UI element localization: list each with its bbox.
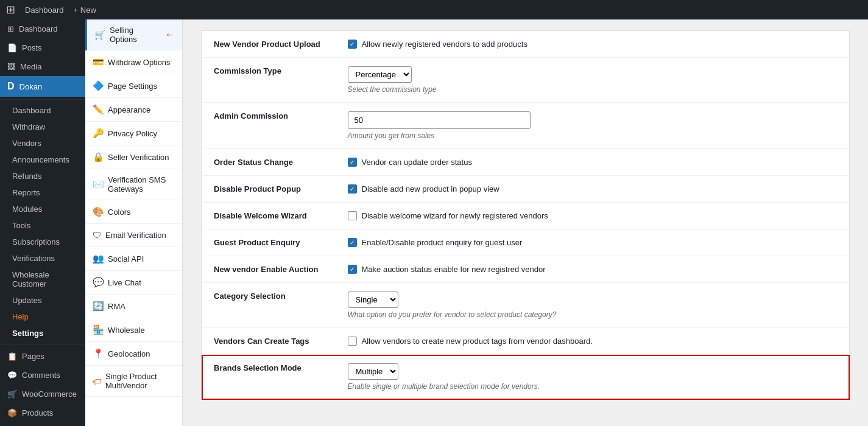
- sidebar-item-comments[interactable]: 💬 Comments: [0, 366, 85, 385]
- dashboard-icon: ⊞: [7, 24, 14, 33]
- seller-verification-icon: 🔒: [93, 152, 104, 162]
- second-panel-item-geolocation[interactable]: 📍 Geolocation: [85, 342, 182, 366]
- checkbox-row: ✓ Enable/Disable product enquiry for gue…: [348, 238, 838, 247]
- checkbox-row: ✓ Disable add new product in popup view: [348, 184, 838, 194]
- rma-icon: 🔄: [93, 301, 104, 312]
- sidebar-item-dashboard[interactable]: ⊞ Dashboard: [0, 19, 85, 38]
- vendors-can-create-tags-checkbox[interactable]: [348, 337, 357, 346]
- second-panel-item-seller-verification[interactable]: 🔒 Seller Verification: [85, 145, 182, 169]
- main-content: New Vendor Product Upload ✓ Allow newly …: [183, 0, 868, 426]
- sidebar-item-pages[interactable]: 📋 Pages: [0, 347, 85, 366]
- arrow-indicator: ←: [165, 29, 175, 40]
- email-verification-icon: 🛡: [93, 230, 102, 240]
- sidebar-item-dokan[interactable]: D Dokan: [0, 76, 85, 97]
- sidebar-item-reports[interactable]: Reports: [0, 184, 85, 201]
- second-panel-item-rma[interactable]: 🔄 RMA: [85, 295, 182, 318]
- category-selection-desc: What option do you prefer for vendor to …: [348, 310, 838, 319]
- second-panel-item-live-chat[interactable]: 💬 Live Chat: [85, 271, 182, 295]
- sidebar-item-wholesale-customer[interactable]: Wholesale Customer: [0, 267, 85, 292]
- sidebar-item-announcements[interactable]: Announcements: [0, 152, 85, 168]
- media-icon: 🖼: [7, 62, 15, 71]
- second-panel-item-privacy-policy[interactable]: 🔑 Privacy Policy: [85, 122, 182, 145]
- sidebar-separator-1: [0, 99, 85, 100]
- settings-label: Disable Welcome Wizard: [202, 203, 336, 229]
- dokan-icon: D: [7, 81, 15, 92]
- settings-label: Disable Product Popup: [202, 176, 336, 203]
- brands-selection-mode-select[interactable]: Single Multiple: [348, 363, 398, 380]
- checkbox-row: Allow vendors to create new product tags…: [348, 337, 838, 346]
- sidebar-item-vendors[interactable]: Vendors: [0, 135, 85, 152]
- sidebar-item-verifications[interactable]: Verifications: [0, 250, 85, 267]
- settings-value: Disable welcome wizard for newly registe…: [336, 203, 850, 229]
- settings-value: Allow vendors to create new product tags…: [336, 328, 850, 355]
- sidebar-item-withdraw[interactable]: Withdraw: [0, 119, 85, 135]
- sidebar-item-subscriptions[interactable]: Subscriptions: [0, 234, 85, 250]
- admin-commission-input[interactable]: [348, 111, 531, 129]
- settings-label: Commission Type: [202, 58, 336, 103]
- second-panel-item-single-product-multivendor[interactable]: 🏷 Single Product MultiVendor: [85, 366, 182, 397]
- disable-welcome-wizard-checkbox[interactable]: [348, 211, 357, 220]
- second-panel-item-appearance[interactable]: ✏️ Appearance: [85, 98, 182, 122]
- sidebar-item-tools[interactable]: Tools: [0, 217, 85, 234]
- second-panel: 🛒 Selling Options ← 💳 Withdraw Options 🔷…: [85, 0, 183, 426]
- comments-icon: 💬: [7, 371, 17, 380]
- settings-label: Category Selection: [202, 283, 336, 328]
- sidebar-item-media[interactable]: 🖼 Media: [0, 57, 85, 76]
- table-row: Disable Product Popup ✓ Disable add new …: [202, 176, 850, 203]
- wp-logo-icon: ⊞: [6, 3, 15, 16]
- second-panel-item-verification-sms[interactable]: ✉️ Verification SMS Gateways: [85, 169, 182, 200]
- live-chat-icon: 💬: [93, 277, 104, 288]
- disable-product-popup-checkbox[interactable]: ✓: [348, 184, 357, 194]
- sidebar-item-updates[interactable]: Updates: [0, 292, 85, 309]
- table-row: Category Selection Single Multiple What …: [202, 283, 850, 328]
- sidebar: ⊞ Dashboard 📄 Posts 🖼 Media D Dokan Dash…: [0, 0, 85, 426]
- wholesale-icon: 🏪: [93, 324, 104, 335]
- new-vendor-enable-auction-checkbox[interactable]: ✓: [348, 265, 357, 274]
- admin-bar-posts[interactable]: + New: [74, 5, 96, 15]
- sidebar-item-modules[interactable]: Modules: [0, 201, 85, 217]
- second-panel-item-colors[interactable]: 🎨 Colors: [85, 200, 182, 224]
- second-panel-item-email-verification[interactable]: 🛡 Email Verification: [85, 224, 182, 247]
- settings-value: ✓ Allow newly registered vendors to add …: [336, 31, 850, 58]
- settings-label: Vendors Can Create Tags: [202, 328, 336, 355]
- settings-label: Guest Product Enquiry: [202, 229, 336, 256]
- sidebar-item-help[interactable]: Help: [0, 309, 85, 325]
- sidebar-item-posts[interactable]: 📄 Posts: [0, 38, 85, 57]
- sidebar-item-woocommerce[interactable]: 🛒 WooCommerce: [0, 385, 85, 403]
- colors-icon: 🎨: [93, 206, 104, 217]
- second-panel-item-wholesale[interactable]: 🏪 Wholesale: [85, 318, 182, 342]
- commission-type-desc: Select the commission type: [348, 85, 838, 94]
- guest-product-enquiry-checkbox[interactable]: ✓: [348, 238, 357, 247]
- second-panel-item-social-api[interactable]: 👥 Social API: [85, 247, 182, 271]
- second-panel-item-page-settings[interactable]: 🔷 Page Settings: [85, 74, 182, 98]
- checkbox-row: ✓ Vendor can update order status: [348, 158, 838, 167]
- settings-value: ✓ Vendor can update order status: [336, 149, 850, 176]
- settings-label: New Vendor Product Upload: [202, 31, 336, 58]
- settings-value: Percentage Flat Select the commission ty…: [336, 58, 850, 103]
- admin-bar-dashboard[interactable]: Dashboard: [25, 5, 64, 15]
- posts-icon: 📄: [7, 43, 17, 52]
- selling-options-icon: 🛒: [94, 29, 106, 40]
- settings-table: New Vendor Product Upload ✓ Allow newly …: [201, 30, 850, 400]
- appearance-icon: ✏️: [93, 104, 104, 115]
- settings-label: Order Status Change: [202, 149, 336, 176]
- settings-value: ✓ Disable add new product in popup view: [336, 176, 850, 203]
- table-row: New vendor Enable Auction ✓ Make auction…: [202, 256, 850, 283]
- checkbox-row: Disable welcome wizard for newly registe…: [348, 211, 838, 220]
- page-settings-icon: 🔷: [93, 80, 104, 91]
- commission-type-select[interactable]: Percentage Flat: [348, 66, 412, 83]
- second-panel-item-selling-options[interactable]: 🛒 Selling Options ←: [85, 19, 182, 51]
- single-product-multivendor-icon: 🏷: [93, 376, 102, 386]
- order-status-change-checkbox[interactable]: ✓: [348, 158, 357, 167]
- settings-value: Amount you get from sales: [336, 103, 850, 149]
- category-selection-select[interactable]: Single Multiple: [348, 292, 398, 308]
- sidebar-item-bookings[interactable]: 📅 Bookings: [0, 422, 85, 426]
- table-row: Guest Product Enquiry ✓ Enable/Disable p…: [202, 229, 850, 256]
- sidebar-item-products[interactable]: 📦 Products: [0, 403, 85, 422]
- second-panel-item-withdraw-options[interactable]: 💳 Withdraw Options: [85, 51, 182, 74]
- sidebar-item-refunds[interactable]: Refunds: [0, 168, 85, 184]
- new-vendor-product-upload-checkbox[interactable]: ✓: [348, 40, 357, 49]
- sidebar-item-sub-dashboard[interactable]: Dashboard: [0, 102, 85, 119]
- table-row-brands-selection: Brands Selection Mode Single Multiple En…: [202, 355, 850, 400]
- sidebar-item-settings[interactable]: Settings: [0, 325, 85, 341]
